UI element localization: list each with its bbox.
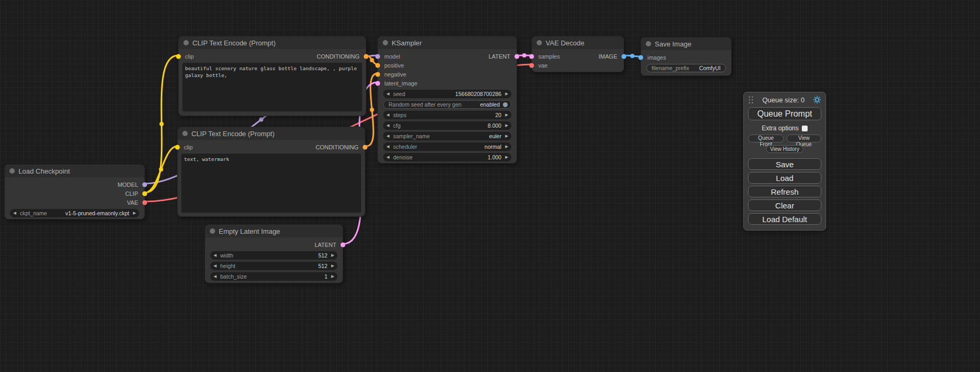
node-collapse-icon[interactable]	[646, 41, 651, 46]
drag-handle-icon[interactable]	[748, 96, 754, 104]
input-slot-clip[interactable]	[176, 54, 181, 59]
widget-right-arrow-icon[interactable]: ▶	[133, 211, 136, 215]
node-titlebar[interactable]: CLIP Text Encode (Prompt)	[178, 127, 365, 140]
widget-sampler-name[interactable]: ◀ sampler_name euler ▶	[383, 132, 511, 140]
widget-random-seed-toggle[interactable]: Random seed after every gen enabled	[383, 100, 511, 109]
widget-cfg[interactable]: ◀ cfg 8.000 ▶	[383, 121, 511, 130]
slot-row: latent_image	[378, 79, 517, 88]
node-clip-text-encode-positive[interactable]: CLIP Text Encode (Prompt) clip CONDITION…	[178, 36, 366, 116]
widget-height[interactable]: ◀ height 512 ▶	[210, 262, 337, 270]
widget-left-arrow-icon[interactable]: ◀	[386, 123, 390, 128]
output-slot-model[interactable]	[142, 182, 147, 187]
refresh-button[interactable]: Refresh	[748, 186, 821, 197]
queue-prompt-button[interactable]: Queue Prompt	[748, 107, 821, 120]
output-label-conditioning: CONDITIONING	[317, 53, 360, 60]
widget-width[interactable]: ◀ width 512 ▶	[210, 251, 337, 260]
node-titlebar[interactable]: CLIP Text Encode (Prompt)	[179, 36, 366, 49]
widget-left-arrow-icon[interactable]: ◀	[386, 145, 390, 149]
extra-options-checkbox[interactable]	[802, 126, 808, 131]
widget-left-arrow-icon[interactable]: ◀	[214, 274, 217, 279]
output-slot-conditioning[interactable]	[363, 145, 367, 149]
widget-left-arrow-icon[interactable]: ◀	[214, 264, 217, 268]
node-save-image[interactable]: Save Image images filename_prefix ComfyU…	[641, 37, 732, 76]
widget-denoise[interactable]: ◀ denoise 1.000 ▶	[383, 153, 511, 161]
widget-ckpt-name[interactable]: ◀ ckpt_name v1-5-pruned-emaonly.ckpt ▶	[10, 209, 139, 217]
graph-canvas[interactable]: Load Checkpoint MODEL CLIP VAE ◀ ckpt_na…	[0, 0, 980, 372]
node-collapse-icon[interactable]	[183, 40, 189, 45]
input-slot-samples[interactable]	[529, 54, 534, 59]
input-slot-vae[interactable]	[529, 63, 534, 68]
node-titlebar[interactable]: Empty Latent Image	[205, 225, 343, 237]
input-slot-images[interactable]	[638, 55, 643, 60]
widget-scheduler[interactable]: ◀ scheduler normal ▶	[383, 142, 511, 151]
input-slot-clip[interactable]	[175, 145, 180, 149]
widget-left-arrow-icon[interactable]: ◀	[386, 113, 390, 117]
slot-row: vae	[532, 61, 624, 70]
output-label-conditioning: CONDITIONING	[316, 144, 358, 150]
widget-value: ComfyUI	[699, 65, 721, 71]
input-slot-positive[interactable]	[375, 63, 380, 68]
node-body: clip CONDITIONING text, watermark	[178, 140, 365, 213]
view-history-button[interactable]: View History	[766, 145, 803, 153]
output-slot-vae[interactable]	[142, 200, 147, 205]
widget-seed[interactable]: ◀ seed 156680208700286 ▶	[383, 90, 511, 98]
node-clip-text-encode-negative[interactable]: CLIP Text Encode (Prompt) clip CONDITION…	[177, 127, 365, 217]
node-empty-latent-image[interactable]: Empty Latent Image LATENT ◀ width 512 ▶ …	[205, 224, 343, 283]
widget-right-arrow-icon[interactable]: ▶	[505, 113, 508, 117]
input-slot-latent-image[interactable]	[375, 81, 380, 85]
output-row: VAE	[5, 198, 144, 207]
input-label-clip: clip	[184, 144, 193, 150]
negative-prompt-textarea[interactable]: text, watermark	[181, 154, 361, 213]
output-slot-latent[interactable]	[515, 54, 519, 59]
widget-right-arrow-icon[interactable]: ▶	[331, 274, 334, 279]
output-slot-conditioning[interactable]	[364, 54, 368, 59]
widget-left-arrow-icon[interactable]: ◀	[386, 155, 390, 159]
input-slot-model[interactable]	[375, 54, 380, 59]
node-titlebar[interactable]: VAE Decode	[532, 36, 624, 49]
view-queue-button[interactable]: View Queue	[787, 135, 821, 142]
widget-right-arrow-icon[interactable]: ▶	[331, 253, 334, 257]
widget-batch-size[interactable]: ◀ batch_size 1 ▶	[210, 272, 337, 281]
queue-front-button[interactable]: Queue Front	[748, 135, 784, 142]
widget-label: Random seed after every gen	[389, 101, 461, 108]
node-vae-decode[interactable]: VAE Decode samples IMAGE vae	[531, 36, 624, 72]
node-collapse-icon[interactable]	[182, 131, 188, 136]
input-label-positive: positive	[384, 62, 404, 69]
toggle-knob-icon[interactable]	[503, 102, 508, 107]
widget-steps[interactable]: ◀ steps 20 ▶	[383, 111, 511, 119]
widget-filename-prefix[interactable]: filename_prefix ComfyUI	[646, 64, 726, 72]
link-dot	[160, 122, 164, 126]
widget-right-arrow-icon[interactable]: ▶	[505, 92, 508, 96]
save-button[interactable]: Save	[748, 158, 821, 170]
widget-left-arrow-icon[interactable]: ◀	[386, 92, 390, 96]
node-titlebar[interactable]: Save Image	[641, 37, 731, 50]
widget-right-arrow-icon[interactable]: ▶	[331, 264, 334, 268]
output-row: MODEL	[5, 180, 144, 189]
input-slot-negative[interactable]	[375, 72, 380, 77]
node-collapse-icon[interactable]	[537, 40, 542, 45]
node-load-checkpoint[interactable]: Load Checkpoint MODEL CLIP VAE ◀ ckpt_na…	[4, 164, 145, 220]
positive-prompt-textarea[interactable]: beautiful scenery nature glass bottle la…	[182, 63, 362, 111]
widget-value: enabled	[480, 101, 500, 108]
node-collapse-icon[interactable]	[383, 40, 388, 45]
settings-gear-icon[interactable]	[813, 96, 821, 104]
node-collapse-icon[interactable]	[210, 228, 215, 234]
widget-right-arrow-icon[interactable]: ▶	[505, 155, 508, 159]
widget-right-arrow-icon[interactable]: ▶	[505, 134, 508, 138]
node-titlebar[interactable]: Load Checkpoint	[5, 165, 144, 177]
load-button[interactable]: Load	[748, 172, 821, 184]
output-slot-clip[interactable]	[142, 191, 147, 196]
widget-right-arrow-icon[interactable]: ▶	[505, 123, 508, 128]
widget-label: seed	[393, 91, 405, 97]
clear-button[interactable]: Clear	[748, 199, 821, 211]
load-default-button[interactable]: Load Default	[748, 213, 821, 225]
widget-left-arrow-icon[interactable]: ◀	[214, 253, 217, 257]
output-slot-image[interactable]	[622, 54, 626, 59]
widget-left-arrow-icon[interactable]: ◀	[386, 134, 390, 138]
widget-left-arrow-icon[interactable]: ◀	[13, 211, 16, 215]
output-slot-latent[interactable]	[341, 242, 345, 247]
node-collapse-icon[interactable]	[9, 168, 15, 174]
widget-right-arrow-icon[interactable]: ▶	[505, 145, 508, 149]
node-titlebar[interactable]: KSampler	[378, 36, 517, 49]
node-ksampler[interactable]: KSampler model LATENT positive negative …	[377, 36, 517, 164]
